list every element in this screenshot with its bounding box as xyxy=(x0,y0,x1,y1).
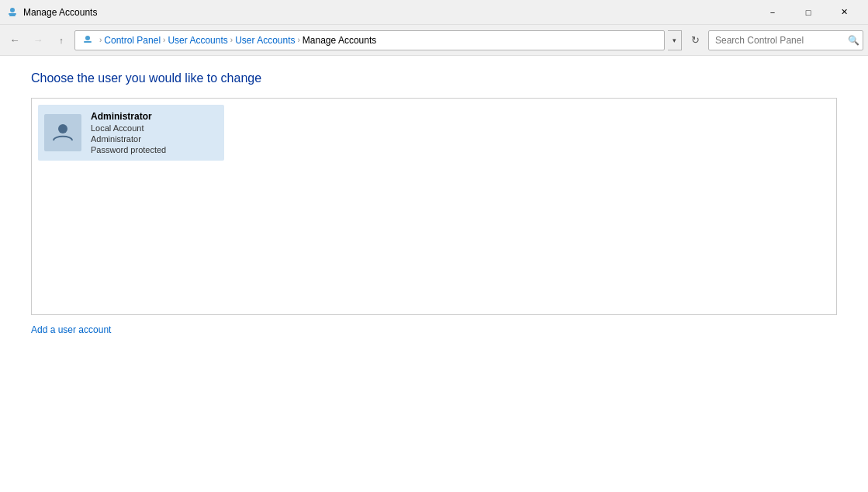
svg-point-3 xyxy=(85,36,90,40)
avatar xyxy=(44,114,81,151)
window-controls: − □ ✕ xyxy=(755,0,862,25)
breadcrumb-sep-2: › xyxy=(230,36,233,44)
title-bar: Manage Accounts − □ ✕ xyxy=(0,0,868,25)
page-title: Choose the user you would like to change xyxy=(31,71,837,85)
account-info: Administrator Local Account Administrato… xyxy=(91,111,166,154)
account-detail-2: Administrator xyxy=(91,134,166,144)
breadcrumb-user-accounts-1[interactable]: User Accounts xyxy=(168,35,227,46)
svg-rect-1 xyxy=(9,13,16,15)
search-box: 🔍 xyxy=(708,30,863,50)
account-item-administrator[interactable]: Administrator Local Account Administrato… xyxy=(38,105,224,161)
breadcrumb-user-accounts-2[interactable]: User Accounts xyxy=(235,35,295,46)
svg-rect-4 xyxy=(84,41,92,43)
up-button[interactable]: ↑ xyxy=(51,30,71,50)
breadcrumb-sep-1: › xyxy=(163,36,165,44)
breadcrumb-manage-accounts: Manage Accounts xyxy=(303,35,376,46)
breadcrumb-control-panel[interactable]: Control Panel xyxy=(104,35,161,46)
svg-point-5 xyxy=(58,124,67,133)
svg-point-0 xyxy=(10,8,15,12)
main-content: Choose the user you would like to change… xyxy=(0,56,868,492)
refresh-button[interactable]: ↻ xyxy=(685,30,705,50)
user-icon xyxy=(50,120,75,145)
breadcrumb-sep-0: › xyxy=(99,36,102,44)
accounts-container: Administrator Local Account Administrato… xyxy=(31,98,837,315)
path-icon xyxy=(81,34,94,47)
minimize-button[interactable]: − xyxy=(755,0,790,25)
account-detail-3: Password protected xyxy=(91,145,166,154)
app-icon xyxy=(6,6,19,19)
close-button[interactable]: ✕ xyxy=(826,0,862,25)
address-bar: ← → ↑ › Control Panel › User Accounts › … xyxy=(0,25,868,56)
add-user-account-link[interactable]: Add a user account xyxy=(31,324,837,335)
back-button[interactable]: ← xyxy=(5,30,25,50)
search-icon: 🔍 xyxy=(848,35,859,46)
svg-rect-2 xyxy=(9,15,16,16)
breadcrumb-path: › Control Panel › User Accounts › User A… xyxy=(74,30,665,50)
account-name: Administrator xyxy=(91,111,166,122)
window-title: Manage Accounts xyxy=(23,7,755,18)
search-input[interactable] xyxy=(715,35,848,46)
account-detail-1: Local Account xyxy=(91,123,166,133)
address-dropdown-button[interactable]: ▾ xyxy=(668,30,682,50)
maximize-button[interactable]: □ xyxy=(790,0,826,25)
forward-button[interactable]: → xyxy=(28,30,48,50)
breadcrumb-sep-3: › xyxy=(298,36,300,44)
